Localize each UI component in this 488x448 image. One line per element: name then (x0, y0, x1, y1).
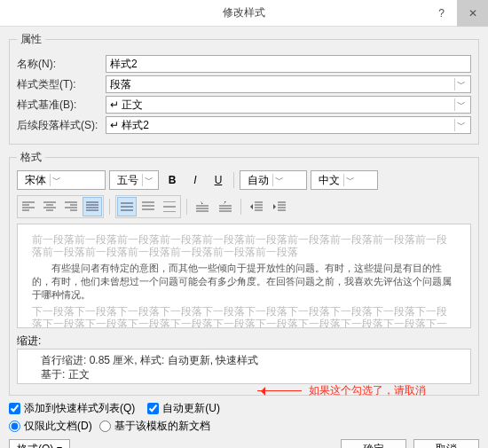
base-combo[interactable]: ↵ 正文 ﹀ (106, 96, 471, 114)
properties-legend: 属性 (17, 32, 45, 47)
description-line2: 基于: 正文 (41, 367, 447, 381)
italic-button[interactable]: I (185, 170, 205, 190)
chevron-down-icon: ﹀ (142, 174, 154, 186)
format-dropdown-button[interactable]: 格式(O) ▾ (9, 439, 70, 448)
line-spacing-15-icon[interactable] (138, 197, 158, 216)
properties-group: 属性 名称(N): 样式类型(T): 段落 ﹀ 样式基准(B): ↵ 正文 ﹀ … (9, 32, 479, 145)
dialog-title: 修改样式 (223, 5, 265, 20)
align-justify-icon[interactable] (83, 197, 102, 216)
font-toolbar: 宋体 ﹀ 五号 ﹀ B I U 自动 ﹀ 中文 ﹀ (17, 170, 471, 190)
quicklist-label: 添加到快速样式列表(Q) (24, 401, 135, 416)
format-legend: 格式 (17, 150, 45, 165)
indent-increase-icon[interactable] (270, 197, 289, 216)
template-label: 基于该模板的新文档 (114, 419, 210, 434)
doc-only-label: 仅限此文档(D) (24, 419, 92, 434)
chevron-down-icon: ﹀ (454, 98, 467, 111)
chevron-down-icon: ﹀ (454, 78, 467, 90)
bold-button[interactable]: B (162, 170, 182, 190)
window-controls: ? ✕ (426, 0, 488, 27)
title-bar: 修改样式 ? ✕ (0, 0, 488, 27)
chevron-down-icon: ﹀ (50, 174, 62, 186)
line-spacing-2-icon[interactable] (160, 197, 179, 216)
description-box: 首行缩进: 0.85 厘米, 样式: 自动更新, 快速样式 基于: 正文 (17, 349, 471, 384)
preview-gray-after: 下一段落下一段落下一段落下一段落下一段落下一段落下一段落下一段落下一段落下一段落… (32, 305, 456, 328)
doc-only-radio[interactable] (9, 420, 20, 432)
preview-gray-before: 前一段落前一段落前一段落前一段落前一段落前一段落前一段落前一段落前一段落前一段落… (32, 233, 456, 258)
chevron-down-icon: ﹀ (454, 119, 467, 131)
indent-decrease-icon[interactable] (247, 197, 266, 216)
preview-sample: 有些提问者有特定的意图，而其他一些倾向于提开放性的问题。有时，这些提问是有目的性… (32, 262, 456, 302)
type-combo[interactable]: 段落 ﹀ (106, 75, 471, 93)
next-label: 后续段落样式(S): (17, 118, 106, 133)
template-radio[interactable] (99, 420, 111, 432)
align-left-icon[interactable] (19, 197, 38, 216)
format-group: 格式 宋体 ﹀ 五号 ﹀ B I U 自动 ﹀ 中文 ﹀ (9, 150, 479, 396)
footer: 格式(O) ▾ 确定 取消 (9, 439, 479, 448)
ok-button[interactable]: 确定 (341, 439, 406, 448)
type-label: 样式类型(T): (17, 77, 106, 92)
chevron-down-icon: ﹀ (272, 174, 285, 186)
base-label: 样式基准(B): (17, 98, 106, 113)
align-right-icon[interactable] (61, 197, 81, 216)
annotation-text: 如果这个勾选了，请取消 (309, 383, 426, 398)
autoupdate-checkbox[interactable] (147, 403, 159, 414)
close-icon[interactable]: ✕ (457, 0, 488, 27)
size-combo[interactable]: 五号 ﹀ (109, 170, 159, 190)
help-icon[interactable]: ? (426, 0, 457, 27)
paragraph-toolbar (17, 195, 471, 218)
font-combo[interactable]: 宋体 ﹀ (17, 170, 106, 190)
autoupdate-label: 自动更新(U) (162, 401, 220, 416)
description-line1: 首行缩进: 0.85 厘米, 样式: 自动更新, 快速样式 (41, 353, 447, 367)
name-input[interactable] (106, 55, 471, 73)
underline-button[interactable]: U (209, 170, 228, 190)
line-spacing-1-icon[interactable] (117, 197, 137, 216)
cancel-button[interactable]: 取消 (413, 439, 479, 448)
name-label: 名称(N): (17, 57, 106, 72)
color-combo[interactable]: 自动 ﹀ (240, 170, 307, 190)
space-before-increase-icon[interactable] (193, 197, 212, 216)
indent-label: 缩进: (17, 334, 471, 349)
preview-box: 前一段落前一段落前一段落前一段落前一段落前一段落前一段落前一段落前一段落前一段落… (17, 224, 471, 328)
arrow-icon (257, 390, 302, 391)
space-before-decrease-icon[interactable] (216, 197, 235, 216)
next-combo[interactable]: ↵ 样式2 ﹀ (106, 116, 471, 134)
annotation: 如果这个勾选了，请取消 (257, 383, 426, 398)
lang-combo[interactable]: 中文 ﹀ (311, 170, 378, 190)
align-center-icon[interactable] (40, 197, 59, 216)
chevron-down-icon: ﹀ (343, 174, 356, 186)
quicklist-checkbox[interactable] (9, 403, 20, 414)
